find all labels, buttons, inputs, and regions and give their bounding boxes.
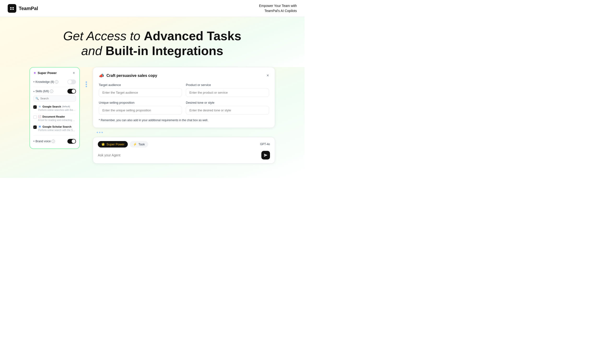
tone-style-input[interactable] bbox=[186, 106, 269, 115]
skills-info-icon[interactable]: i bbox=[50, 90, 53, 93]
skills-chevron: ▴ bbox=[33, 90, 35, 92]
skills-toggle[interactable] bbox=[67, 89, 76, 94]
craft-title-text: Craft persuasive sales copy bbox=[107, 74, 157, 78]
chat-panel: ⭐ Super Power ⚡ Task GPT-4o bbox=[93, 137, 275, 164]
product-service-label: Product or service bbox=[186, 83, 269, 87]
hero-title: Get Access to Advanced Tasks and Built-i… bbox=[5, 28, 300, 58]
chat-input-row bbox=[98, 151, 270, 159]
craft-panel: 📣 Craft persuasive sales copy × Target a… bbox=[93, 67, 275, 128]
document-reader-name: 📄 Document Reader bbox=[38, 115, 76, 118]
logo-text: TeamPal bbox=[19, 6, 38, 11]
teampal-logo-svg bbox=[10, 6, 14, 11]
google-search-desc: Perform online searches with the Google … bbox=[38, 108, 76, 112]
google-search-name: G Google Search (default) bbox=[38, 105, 76, 108]
google-scholar-desc: Perform online search with the Schola... bbox=[38, 129, 76, 132]
connector-dot-1 bbox=[86, 81, 87, 83]
connector-dot-2 bbox=[86, 84, 87, 85]
skill-item-document-reader: 📄 Document Reader A tool for reading and… bbox=[33, 114, 76, 124]
send-icon bbox=[264, 153, 268, 157]
svg-rect-1 bbox=[13, 7, 14, 8]
skills-search-input[interactable] bbox=[40, 97, 74, 100]
logo-icon bbox=[8, 4, 16, 13]
chat-input[interactable] bbox=[98, 153, 259, 157]
craft-header: 📣 Craft persuasive sales copy × bbox=[99, 73, 269, 78]
google-search-content: G Google Search (default) Perform online… bbox=[38, 105, 76, 112]
field-target-audience: Target audience bbox=[99, 83, 182, 97]
panel-close-button[interactable]: × bbox=[72, 71, 76, 75]
form-grid: Target audience Product or service Uniqu… bbox=[99, 83, 269, 115]
chat-dot-3 bbox=[101, 132, 103, 133]
skills-label[interactable]: ▴ Skills (6/8) i bbox=[33, 90, 53, 93]
connector-chat-dots bbox=[93, 132, 275, 133]
panel-title-text: Super Power bbox=[38, 71, 56, 75]
svg-rect-3 bbox=[13, 9, 14, 10]
star-icon: ✦ bbox=[33, 71, 36, 75]
skills-section: ▴ Skills (6/8) i 🔍 ✓ G bbox=[33, 87, 76, 133]
knowledge-row: ▾ Knowledge (8) i bbox=[33, 78, 76, 86]
field-selling-prop: Unique selling proposition bbox=[99, 101, 182, 115]
knowledge-toggle[interactable] bbox=[67, 79, 76, 84]
skill-item-google-search: ✓ G Google Search (default) Perform onli… bbox=[33, 104, 76, 114]
header: TeamPal Empower Your Team with TeamPal's… bbox=[0, 0, 304, 17]
svg-rect-0 bbox=[10, 7, 12, 8]
search-icon: 🔍 bbox=[36, 97, 39, 100]
document-icon: 📄 bbox=[38, 115, 42, 118]
google-icon: G bbox=[38, 105, 42, 108]
brand-voice-section: ▾ Brand voice i bbox=[33, 135, 76, 145]
brand-voice-label[interactable]: ▾ Brand voice i bbox=[33, 140, 55, 143]
document-reader-checkbox[interactable] bbox=[33, 116, 37, 119]
knowledge-info-icon[interactable]: i bbox=[55, 80, 58, 84]
google-scholar-name: ◆ Google Scholar Search bbox=[38, 125, 76, 128]
send-button[interactable] bbox=[261, 151, 270, 159]
svg-rect-2 bbox=[10, 9, 12, 10]
chat-dot-2 bbox=[99, 132, 100, 133]
chat-tabs: ⭐ Super Power ⚡ Task GPT-4o bbox=[98, 141, 270, 147]
field-product-service: Product or service bbox=[186, 83, 269, 97]
skill-item-google-scholar: ✓ ◆ Google Scholar Search Perform online… bbox=[33, 124, 76, 133]
megaphone-icon: 📣 bbox=[99, 73, 104, 78]
connector-dot-3 bbox=[86, 86, 87, 87]
super-power-tab-icon: ⭐ bbox=[101, 143, 105, 146]
scholar-icon: ◆ bbox=[38, 125, 42, 128]
target-audience-label: Target audience bbox=[99, 83, 182, 87]
skills-header: ▴ Skills (6/8) i bbox=[33, 89, 76, 94]
panel-title: ✦ Super Power bbox=[33, 71, 56, 75]
document-reader-desc: A tool for reading and extracting conten… bbox=[38, 118, 76, 122]
connector-dots bbox=[86, 67, 87, 87]
brand-voice-row: ▾ Brand voice i bbox=[33, 137, 76, 145]
main-content: ✦ Super Power × ▾ Knowledge (8) i ▴ Skil… bbox=[0, 67, 304, 178]
document-reader-content: 📄 Document Reader A tool for reading and… bbox=[38, 115, 76, 122]
google-scholar-content: ◆ Google Scholar Search Perform online s… bbox=[38, 125, 76, 132]
target-audience-input[interactable] bbox=[99, 88, 182, 97]
brand-voice-chevron: ▾ bbox=[33, 140, 35, 143]
selling-prop-label: Unique selling proposition bbox=[99, 101, 182, 104]
panel-header: ✦ Super Power × bbox=[33, 71, 76, 75]
craft-close-button[interactable]: × bbox=[266, 73, 269, 78]
right-panels: 📣 Craft persuasive sales copy × Target a… bbox=[93, 67, 275, 164]
tone-style-label: Desired tone or style bbox=[186, 101, 269, 104]
form-note: * Remember, you can also add in your add… bbox=[99, 118, 269, 122]
google-scholar-checkbox[interactable]: ✓ bbox=[33, 126, 37, 129]
knowledge-chevron: ▾ bbox=[33, 80, 35, 83]
brand-voice-info-icon[interactable]: i bbox=[52, 140, 55, 143]
chat-dot-1 bbox=[97, 132, 98, 133]
craft-title: 📣 Craft persuasive sales copy bbox=[99, 73, 157, 78]
task-tab-icon: ⚡ bbox=[133, 143, 137, 146]
knowledge-label[interactable]: ▾ Knowledge (8) i bbox=[33, 80, 58, 84]
google-search-checkbox[interactable]: ✓ bbox=[33, 105, 37, 109]
selling-prop-input[interactable] bbox=[99, 106, 182, 115]
field-tone-style: Desired tone or style bbox=[186, 101, 269, 115]
skills-search-container: 🔍 bbox=[33, 96, 76, 102]
brand-voice-toggle[interactable] bbox=[67, 139, 76, 144]
header-tagline: Empower Your Team with TeamPal's AI Copi… bbox=[259, 3, 297, 13]
gpt-badge: GPT-4o bbox=[260, 143, 270, 146]
task-tab[interactable]: ⚡ Task bbox=[130, 141, 148, 147]
super-power-panel: ✦ Super Power × ▾ Knowledge (8) i ▴ Skil… bbox=[29, 67, 80, 149]
product-service-input[interactable] bbox=[186, 88, 269, 97]
logo: TeamPal bbox=[8, 4, 38, 13]
skills-list: ✓ G Google Search (default) Perform onli… bbox=[33, 104, 76, 133]
super-power-tab[interactable]: ⭐ Super Power bbox=[98, 141, 128, 147]
connector-top bbox=[86, 81, 87, 87]
hero-section: Get Access to Advanced Tasks and Built-i… bbox=[0, 17, 304, 67]
